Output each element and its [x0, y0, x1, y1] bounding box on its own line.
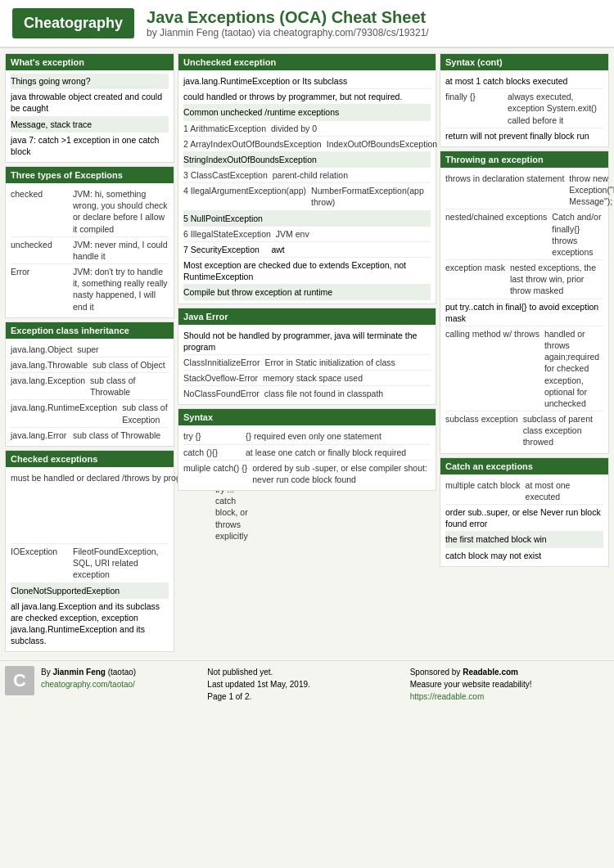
cell-label: 4 IlegalArgumentException(app): [183, 185, 306, 208]
author-link[interactable]: cheatography.com/taotao/: [41, 680, 135, 689]
list-item: 5 NullPointException: [183, 211, 431, 227]
list-item: the first matched block win: [445, 532, 603, 547]
cell-value: subclass of parent class exception throw…: [523, 413, 603, 448]
cell-value: JVM: never mind, I could handle it: [73, 239, 169, 262]
cell-label: finally {}: [445, 91, 503, 126]
footer-right: Sponsored by Readable.com Measure your w…: [410, 666, 609, 703]
list-item: must be handled or declared /throws by p…: [11, 470, 169, 544]
section-whats-exception: What's exception Things going wrong? jav…: [5, 53, 174, 163]
list-item: return will not prevent finally block ru…: [445, 128, 603, 143]
cell-label: 1 ArithmaticException: [183, 123, 266, 134]
cell-label: throws in declaration statement: [445, 173, 564, 208]
column-3: Syntax (cont) at most 1 catch blocks exe…: [440, 53, 609, 652]
list-item: java.lang.Object super: [11, 342, 169, 358]
list-item: calling method w/ throws handled or thro…: [445, 326, 603, 412]
cell-label: java.lang.RuntimeException: [11, 402, 117, 425]
list-item: nested/chained exceptions Catch and/or f…: [445, 209, 603, 260]
cell-label: exception mask: [445, 262, 505, 297]
list-item: catch (){} at lease one catch or finally…: [183, 445, 431, 461]
cell-value: IndexOutOfBoundsException: [327, 138, 437, 150]
list-item: throws in declaration statement throw ne…: [445, 171, 603, 210]
list-item: multiple catch block at most one execute…: [445, 478, 603, 505]
cell-value: sub class of Exception: [122, 402, 169, 425]
cell-value: handled or throws again;required for che…: [544, 328, 603, 409]
section-header-checked: Checked exceptions: [6, 451, 174, 467]
cell-label: 3 ClassCastException: [183, 169, 268, 181]
cell-label: IOException: [11, 546, 68, 581]
section-header-syntax-cont: Syntax (cont): [440, 54, 608, 70]
cell-value: JVM: don't try to handle it, something r…: [73, 266, 169, 313]
list-item: java.lang.RuntimeException sub class of …: [11, 400, 169, 427]
cell-value: divided by 0: [271, 123, 431, 134]
footer: C By Jianmin Feng (taotao) cheatography.…: [0, 660, 614, 708]
logo: Cheatography: [12, 8, 134, 38]
section-header-catch: Catch an exceptions: [440, 458, 608, 474]
section-header-syntax: Syntax: [178, 409, 436, 425]
cell-value: nested exceptions, the last throw win, p…: [510, 262, 603, 297]
list-item: catch block may not exist: [445, 548, 603, 563]
sponsor-desc: Measure your website readability!: [410, 678, 532, 690]
section-header-java-error: Java Error: [178, 308, 436, 325]
cell-value: always executed, exception System.exit()…: [508, 91, 603, 126]
list-item: java throwable object created and could …: [11, 89, 169, 116]
section-catch-exceptions: Catch an exceptions multiple catch block…: [440, 457, 609, 567]
list-item: Common unchecked /runtime exceptions: [183, 105, 431, 120]
list-item: 1 ArithmaticException divided by 0: [183, 121, 431, 137]
cell-value: at most one executed: [526, 479, 603, 502]
list-item: Things going wrong?: [11, 74, 169, 89]
page-title: Java Exceptions (OCA) Cheat Sheet: [147, 8, 429, 27]
cell-label: subclass exception: [445, 413, 518, 448]
list-item: Compile but throw exception at runtime: [183, 285, 431, 299]
sponsor-name: Readable.com: [463, 668, 518, 677]
footer-line2: Last updated 1st May, 2019.: [207, 678, 309, 690]
list-item: java 7: catch >1 exception in one catch …: [11, 133, 169, 159]
list-item: ClassInnitializeError Error in Static in…: [183, 355, 431, 371]
header: Cheatography Java Exceptions (OCA) Cheat…: [0, 0, 614, 48]
list-item: 6 IllegalStateException JVM env: [183, 227, 431, 242]
cell-label: 2 ArrayIndexOutOfBoundsException: [183, 138, 322, 150]
list-item: finally {} always executed, exception Sy…: [445, 89, 603, 128]
cell-value: parent-child relation: [273, 169, 431, 181]
list-item: CloneNotSupportedExeption: [11, 583, 169, 599]
cell-label: 6 IllegalStateException: [183, 228, 271, 240]
cell-label: java.lang.Throwable: [11, 359, 88, 371]
column-1: What's exception Things going wrong? jav…: [5, 53, 174, 652]
subtitle: by Jianmin Feng (taotao) via cheatograph…: [147, 27, 429, 38]
list-item: StackOveflow-Error memory stack space us…: [183, 371, 431, 386]
list-item: 7 SecurityException awt: [183, 242, 431, 258]
section-header-three-types: Three types of Exceptions: [6, 167, 174, 183]
footer-right-text: Sponsored by Readable.com Measure your w…: [410, 666, 532, 703]
footer-line3: Page 1 of 2.: [207, 690, 309, 703]
cell-value: super: [77, 344, 169, 355]
cell-value: Error in Static initialization of class: [264, 357, 431, 368]
sponsor-link[interactable]: https://readable.com: [410, 692, 485, 701]
list-item: 3 ClassCastException parent-child relati…: [183, 168, 431, 183]
footer-left: C By Jianmin Feng (taotao) cheatography.…: [5, 666, 204, 703]
list-item: subclass exception subclass of parent cl…: [445, 412, 603, 450]
list-item: could handled or throws by programmer, b…: [183, 89, 431, 105]
list-item: exception mask nested exceptions, the la…: [445, 260, 603, 299]
list-item: muliple catch() {} ordered by sub -super…: [183, 461, 431, 487]
section-header-throwing: Throwing an exception: [440, 151, 608, 168]
section-three-types: Three types of Exceptions checked JVM: h…: [5, 166, 174, 318]
cell-value: FileotFoundException, SQL, URI related e…: [73, 546, 169, 581]
main-content: What's exception Things going wrong? jav…: [0, 48, 614, 657]
list-item: java.lang.Error sub class of Throwable: [11, 428, 169, 443]
section-syntax-cont: Syntax (cont) at most 1 catch blocks exe…: [440, 53, 609, 147]
list-item: put try..catch in final{} to avoid excep…: [445, 299, 603, 326]
list-item: java.lang.Throwable sub class of Object: [11, 358, 169, 373]
list-item: Should not be handled by programmer, jav…: [183, 328, 431, 355]
list-item: java.lang.Exception sub class of Throwab…: [11, 373, 169, 400]
cell-value: at lease one catch or finally block requ…: [246, 447, 431, 458]
cell-value: sub class of Object: [93, 359, 169, 371]
section-checked-exceptions: Checked exceptions must be handled or de…: [5, 450, 174, 652]
cell-value: {} required even only one statement: [246, 430, 431, 442]
list-item: Message, stack trace: [11, 117, 169, 133]
cell-label: catch (){}: [183, 447, 241, 458]
cell-label: java.lang.Exception: [11, 375, 85, 398]
cell-value: class file not found in classpath: [264, 388, 431, 399]
footer-line1: Not published yet.: [207, 666, 309, 678]
list-item: Most exception are checked due to extend…: [183, 258, 431, 285]
list-item: checked JVM: hi, something wrong, you sh…: [11, 187, 169, 237]
cell-label: try {}: [183, 430, 241, 442]
